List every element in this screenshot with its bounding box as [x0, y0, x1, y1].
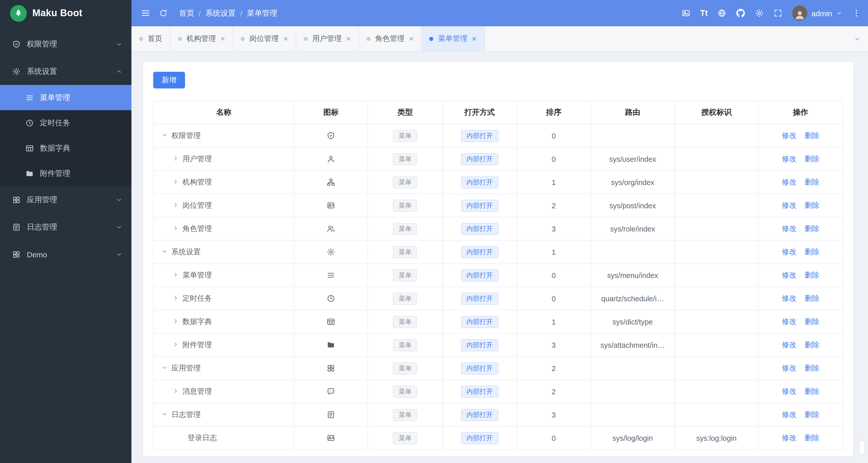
tab-首页[interactable]: 首页 [131, 26, 170, 51]
badge-icon [327, 434, 335, 442]
language-button[interactable] [717, 9, 726, 18]
edit-link[interactable]: 修改 [782, 155, 797, 163]
tab-机构管理[interactable]: 机构管理× [170, 26, 233, 51]
sidebar-item-系统设置[interactable]: 系统设置 [0, 58, 131, 85]
edit-link[interactable]: 修改 [782, 434, 797, 442]
edit-link[interactable]: 修改 [782, 387, 797, 395]
folder-icon [327, 341, 335, 349]
user-menu[interactable]: admin [792, 5, 842, 21]
expand-arrow-icon[interactable] [161, 365, 168, 371]
delete-link[interactable]: 删除 [805, 364, 819, 372]
delete-link[interactable]: 删除 [805, 294, 819, 302]
type-cell: 菜单 [368, 310, 442, 333]
type-cell: 菜单 [368, 357, 442, 380]
sidebar-subitem-菜单管理[interactable]: 菜单管理 [0, 85, 131, 110]
delete-link[interactable]: 删除 [805, 224, 819, 233]
delete-link[interactable]: 删除 [805, 155, 819, 163]
open-type-tag: 内部打开 [461, 292, 498, 305]
font-size-button[interactable]: Tt [700, 9, 708, 17]
collapse-sidebar-button[interactable] [141, 8, 151, 18]
expand-arrow-icon[interactable] [173, 202, 179, 208]
delete-link[interactable]: 删除 [805, 271, 819, 279]
refresh-button[interactable] [159, 9, 168, 18]
sidebar-item-日志管理[interactable]: 日志管理 [0, 213, 131, 241]
sidebar-subitem-定时任务[interactable]: 定时任务 [0, 110, 131, 135]
delete-link[interactable]: 删除 [805, 434, 819, 442]
name-cell: 应用管理 [153, 357, 294, 380]
table-row: 权限管理菜单内部打开0修改删除 [153, 124, 843, 147]
expand-arrow-icon[interactable] [161, 132, 168, 138]
close-icon[interactable]: × [346, 35, 351, 43]
sort-cell: 2 [517, 357, 591, 380]
name-cell: 机构管理 [153, 171, 294, 194]
delete-link[interactable]: 删除 [805, 410, 819, 419]
sidebar-item-权限管理[interactable]: 权限管理 [0, 30, 131, 58]
expand-arrow-icon[interactable] [173, 341, 179, 348]
edit-link[interactable]: 修改 [782, 248, 797, 256]
expand-arrow-icon[interactable] [161, 411, 168, 418]
delete-link[interactable]: 删除 [805, 341, 819, 349]
sidebar-item-应用管理[interactable]: 应用管理 [0, 186, 131, 213]
sort-cell: 3 [517, 403, 591, 426]
tab-options-button[interactable] [847, 26, 868, 51]
edit-link[interactable]: 修改 [782, 410, 797, 419]
route-cell [590, 357, 675, 380]
clock-icon [327, 294, 335, 303]
open-type-cell: 内部打开 [442, 147, 517, 171]
delete-link[interactable]: 删除 [805, 131, 819, 140]
settings-button[interactable] [755, 9, 764, 18]
expand-arrow-icon[interactable] [161, 248, 168, 255]
edit-link[interactable]: 修改 [782, 341, 797, 349]
screenshot-button[interactable] [681, 9, 690, 18]
tab-label: 首页 [148, 34, 162, 43]
sidebar-item-Demo[interactable]: Demo [0, 241, 131, 268]
auth-cell [675, 333, 758, 357]
breadcrumb-item[interactable]: 系统设置 [205, 8, 236, 18]
delete-link[interactable]: 删除 [805, 201, 819, 209]
tab-dot [139, 37, 143, 41]
edit-link[interactable]: 修改 [782, 131, 797, 140]
expand-arrow-icon[interactable] [173, 388, 179, 394]
edit-link[interactable]: 修改 [782, 364, 797, 372]
tab-角色管理[interactable]: 角色管理× [359, 26, 422, 51]
edit-link[interactable]: 修改 [782, 201, 797, 209]
expand-arrow-icon[interactable] [173, 179, 179, 185]
sidebar-subitem-附件管理[interactable]: 附件管理 [0, 161, 131, 186]
expand-arrow-icon[interactable] [173, 295, 179, 301]
user-name: admin [811, 9, 832, 18]
expand-arrow-icon[interactable] [173, 318, 179, 325]
tab-岗位管理[interactable]: 岗位管理× [233, 26, 296, 51]
expand-arrow-icon[interactable] [173, 225, 179, 232]
delete-link[interactable]: 删除 [805, 248, 819, 256]
close-icon[interactable]: × [409, 35, 414, 43]
delete-link[interactable]: 删除 [805, 178, 819, 186]
tab-用户管理[interactable]: 用户管理× [296, 26, 359, 51]
edit-link[interactable]: 修改 [782, 224, 797, 233]
breadcrumb-item[interactable]: 菜单管理 [247, 8, 277, 18]
close-icon[interactable]: × [220, 35, 225, 43]
edit-link[interactable]: 修改 [782, 271, 797, 279]
logo[interactable]: Maku Boot [0, 0, 131, 26]
sidebar-subitem-数据字典[interactable]: 数据字典 [0, 135, 131, 161]
edit-link[interactable]: 修改 [782, 178, 797, 186]
edit-link[interactable]: 修改 [782, 317, 797, 326]
expand-arrow-icon[interactable] [173, 155, 179, 162]
type-tag: 菜单 [393, 339, 417, 351]
github-button[interactable] [736, 9, 745, 18]
delete-link[interactable]: 删除 [805, 387, 819, 395]
delete-link[interactable]: 删除 [805, 317, 819, 326]
expand-arrow-icon[interactable] [173, 272, 179, 278]
fullscreen-button[interactable] [773, 9, 782, 18]
close-icon[interactable]: × [472, 35, 477, 43]
tab-菜单管理[interactable]: 菜单管理× [422, 26, 485, 51]
scrollbar-thumb[interactable] [859, 441, 864, 454]
edit-link[interactable]: 修改 [782, 294, 797, 302]
table-row: 登录日志菜单内部打开0sys/log/loginsys:log:login修改删… [153, 426, 843, 450]
more-menu-button[interactable] [852, 9, 861, 18]
table-icon [25, 144, 34, 152]
add-button[interactable]: 新增 [153, 72, 185, 88]
breadcrumb-item[interactable]: 首页 [179, 8, 194, 18]
tab-dot [429, 37, 433, 41]
close-icon[interactable]: × [283, 35, 288, 43]
type-cell: 菜单 [368, 171, 442, 194]
